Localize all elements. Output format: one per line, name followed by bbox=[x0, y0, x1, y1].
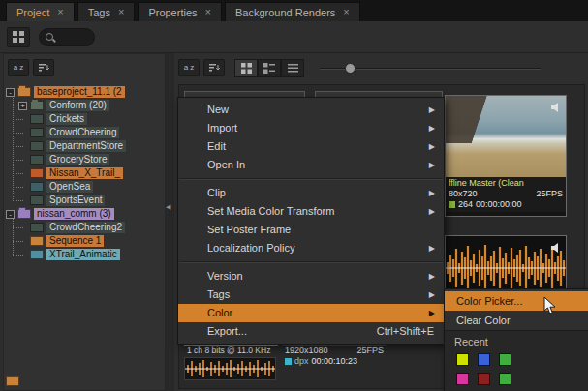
sort-alpha-button[interactable]: a z bbox=[178, 59, 200, 76]
menu-item-label: Clip bbox=[207, 187, 226, 198]
submenu-arrow-icon: ▶ bbox=[429, 184, 435, 202]
expander-icon[interactable]: - bbox=[6, 88, 15, 97]
tree-item-label: OpenSea bbox=[46, 181, 93, 193]
list-view-icon bbox=[288, 64, 298, 73]
menu-item-clip[interactable]: Clip▶ bbox=[178, 184, 444, 202]
menu-item-color[interactable]: Color▶ bbox=[178, 304, 444, 322]
clip-codec: 264 bbox=[458, 199, 473, 210]
view-list-button[interactable] bbox=[281, 59, 304, 77]
menu-item-open-in[interactable]: Open In▶ bbox=[178, 156, 444, 174]
clip-icon bbox=[30, 114, 44, 124]
close-icon[interactable]: × bbox=[205, 7, 211, 17]
tab-label: Project bbox=[16, 7, 49, 18]
tree-item-label: Crickets bbox=[46, 113, 87, 125]
submenu-arrow-icon: ▶ bbox=[429, 304, 435, 322]
codec-chip bbox=[285, 358, 292, 365]
tab-properties[interactable]: Properties × bbox=[138, 2, 222, 21]
clip-icon bbox=[30, 141, 44, 151]
thumbnail-offline-master[interactable]: ffline Master (Clean 80x720 25FPS 264 00… bbox=[445, 95, 567, 217]
sort-alpha-icon: a z bbox=[14, 64, 24, 72]
clip-codec: dpx bbox=[294, 356, 309, 367]
menu-item-label: Import bbox=[207, 122, 237, 134]
tab-label: Tags bbox=[88, 7, 110, 18]
panel-splitter[interactable]: ◀ bbox=[166, 53, 174, 391]
close-icon[interactable]: × bbox=[343, 7, 349, 17]
view-layout-button[interactable] bbox=[7, 27, 30, 47]
color-swatch[interactable] bbox=[456, 373, 469, 385]
submenu-arrow-icon: ▶ bbox=[429, 101, 435, 119]
recent-swatch-grid bbox=[454, 353, 586, 385]
menu-item-import[interactable]: Import▶ bbox=[178, 119, 444, 137]
slider-handle[interactable] bbox=[345, 63, 356, 74]
menu-item-label: Edit bbox=[207, 140, 226, 152]
search-box[interactable] bbox=[39, 28, 95, 46]
detail-view-icon bbox=[263, 63, 275, 74]
tab-background-renders[interactable]: Background Renders × bbox=[225, 2, 360, 21]
tree-item-sequence1[interactable]: Sequence 1 bbox=[4, 234, 165, 248]
tree-item-label: GroceryStore bbox=[46, 154, 109, 165]
view-detail-button[interactable] bbox=[258, 59, 281, 77]
tree-item-crickets[interactable]: Crickets bbox=[4, 112, 165, 126]
tree-item-crowdcheering2[interactable]: CrowdCheering2 bbox=[4, 221, 165, 234]
sort-order-button[interactable] bbox=[33, 59, 54, 76]
color-swatch[interactable] bbox=[478, 373, 490, 385]
menu-item-clear-color[interactable]: Clear Color bbox=[445, 311, 588, 330]
tree-item-crowdcheering[interactable]: CrowdCheering bbox=[4, 126, 165, 139]
sort-alpha-button[interactable]: a z bbox=[8, 59, 29, 76]
menu-item-version[interactable]: Version▶ bbox=[178, 267, 444, 286]
clip-icon bbox=[30, 155, 44, 165]
color-swatch[interactable] bbox=[478, 353, 490, 366]
recent-label: Recent bbox=[454, 334, 586, 349]
close-icon[interactable]: × bbox=[118, 7, 124, 17]
color-swatch[interactable] bbox=[499, 353, 511, 366]
tree-item-baseproject[interactable]: - baseproject_11.1 (2 bbox=[4, 85, 165, 99]
tree-item-grocerystore[interactable]: GroceryStore bbox=[4, 153, 165, 166]
menu-item-new[interactable]: New▶ bbox=[178, 101, 444, 119]
tree-item-nissan-xtrail[interactable]: Nissan_X_Trail_ bbox=[4, 166, 165, 180]
menu-item-export[interactable]: Export...Ctrl+Shift+E bbox=[178, 322, 444, 341]
clip-icon bbox=[30, 168, 44, 178]
menu-item-localization-policy[interactable]: Localization Policy▶ bbox=[178, 239, 444, 257]
tree-item-xtrail-animatic[interactable]: XTrail_Animatic bbox=[4, 248, 165, 261]
menu-item-color-picker[interactable]: Color Picker... bbox=[445, 291, 588, 311]
tree-item-label: Conform (20) bbox=[46, 100, 109, 111]
tree-item-departmentstore[interactable]: DepartmentStore bbox=[4, 139, 165, 153]
tab-tags[interactable]: Tags × bbox=[77, 2, 136, 21]
submenu-arrow-icon: ▶ bbox=[429, 137, 435, 156]
clip-metadata: ffline Master (Clean 80x720 25FPS 264 00… bbox=[446, 177, 566, 212]
search-input[interactable] bbox=[57, 32, 94, 43]
submenu-arrow-icon: ▶ bbox=[429, 202, 435, 221]
menu-item-label: Export... bbox=[207, 325, 247, 337]
tab-project[interactable]: Project × bbox=[6, 2, 75, 21]
speaker-icon[interactable] bbox=[551, 99, 563, 116]
tree-item-nissan-comm[interactable]: - nissan_comm (3) bbox=[4, 207, 165, 221]
color-swatch[interactable] bbox=[499, 373, 511, 385]
collapse-arrow-icon[interactable]: ◀ bbox=[166, 203, 170, 211]
color-swatch[interactable] bbox=[456, 353, 469, 366]
submenu-arrow-icon: ▶ bbox=[429, 286, 435, 304]
submenu-arrow-icon: ▶ bbox=[429, 239, 435, 257]
main-toolbar bbox=[0, 21, 588, 53]
menu-item-tags[interactable]: Tags▶ bbox=[178, 286, 444, 304]
clip-resolution: 80x720 bbox=[449, 189, 478, 199]
tree-item-sportsevent[interactable]: SportsEvent bbox=[4, 194, 165, 207]
submenu-arrow-icon: ▶ bbox=[429, 267, 435, 286]
tree-item-conform[interactable]: + Conform (20) bbox=[4, 99, 165, 112]
clip-icon bbox=[30, 128, 44, 137]
tree-item-opensea[interactable]: OpenSea bbox=[4, 180, 165, 194]
close-icon[interactable]: × bbox=[57, 7, 63, 17]
expander-icon[interactable]: + bbox=[18, 102, 27, 110]
menu-item-set-poster-frame[interactable]: Set Poster Frame bbox=[178, 221, 444, 239]
tab-bar: Project × Tags × Properties × Background… bbox=[0, 0, 588, 21]
menu-item-edit[interactable]: Edit▶ bbox=[178, 137, 444, 156]
menu-item-set-media-color-transform[interactable]: Set Media Color Transform▶ bbox=[178, 202, 444, 221]
view-grid-button[interactable] bbox=[234, 59, 258, 77]
speaker-icon[interactable] bbox=[551, 239, 563, 256]
expander-icon[interactable]: - bbox=[6, 210, 15, 219]
clip-fps: 25FPS bbox=[356, 346, 384, 356]
clip-icon bbox=[30, 223, 44, 232]
thumbnail-size-slider[interactable] bbox=[320, 60, 541, 75]
sort-order-button[interactable] bbox=[203, 59, 225, 76]
menu-item-label: Version bbox=[207, 270, 243, 282]
menu-item-label: New bbox=[207, 104, 229, 115]
